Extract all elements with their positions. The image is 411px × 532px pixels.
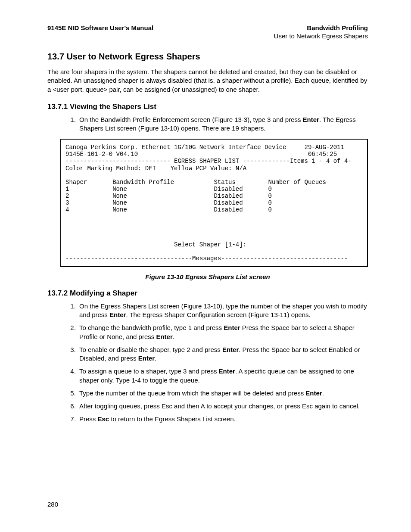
sub2-step-2: To change the bandwidth profile, type 1 … — [78, 324, 368, 341]
term-row: 1 None Disabled 0 — [65, 186, 272, 193]
subsection-2-heading: 13.7.2 Modifying a Shaper — [47, 289, 368, 298]
bold-enter: Enter — [109, 311, 126, 318]
bold-esc: Esc — [98, 415, 109, 423]
term-line: 9145E-101-2-0 V04.10 06:45:25 — [65, 151, 337, 158]
term-prompt: Select Shaper [1-4]: — [65, 241, 246, 248]
text: Type the number of the queue from which … — [79, 389, 305, 397]
text: to return to the Egress Shapers List scr… — [109, 415, 235, 423]
subsection-1-steps: On the Bandwidth Profile Enforcement scr… — [47, 115, 368, 133]
bold-enter: Enter — [222, 346, 239, 353]
header-right: Bandwidth Profiling — [307, 24, 368, 31]
text: . — [322, 389, 324, 397]
term-messages: -----------------------------------Messa… — [65, 255, 348, 262]
subsection-2-steps: On the Egress Shapers List screen (Figur… — [47, 302, 368, 424]
section-heading: 13.7 User to Network Egress Shapers — [47, 52, 368, 62]
text: After toggling queues, press Esc and the… — [79, 402, 360, 410]
text: To enable or disable the shaper, type 2 … — [79, 346, 222, 353]
section-intro: The are four shapers in the system. The … — [47, 68, 368, 94]
text: . The Egress Shaper Configuration screen… — [126, 311, 310, 318]
term-line: Color Marking Method: DEI Yellow PCP Val… — [65, 165, 246, 172]
text: Press — [79, 415, 98, 423]
bold-enter: Enter — [224, 324, 240, 331]
sub2-step-1: On the Egress Shapers List screen (Figur… — [78, 302, 368, 320]
term-line: ----------------------------- EGRESS SHA… — [65, 158, 352, 165]
bold-enter: Enter — [305, 389, 322, 397]
manual-page: 9145E NID Software User's Manual Bandwid… — [0, 0, 411, 532]
term-line: Canoga Perkins Corp. Ethernet 1G/10G Net… — [65, 144, 344, 151]
header-left: 9145E NID Software User's Manual — [47, 24, 153, 31]
page-header: 9145E NID Software User's Manual Bandwid… — [47, 24, 368, 31]
term-row: 3 None Disabled 0 — [65, 199, 272, 206]
bold-enter: Enter — [219, 367, 235, 375]
text: To change the bandwidth profile, type 1 … — [79, 324, 224, 331]
bold-enter: Enter — [138, 355, 155, 362]
text: On the Bandwidth Profile Enforcement scr… — [79, 116, 303, 123]
figure-caption: Figure 13-10 Egress Shapers List screen — [47, 273, 368, 280]
bold-enter: Enter — [303, 116, 319, 123]
sub2-step-4: To assign a queue to a shaper, type 3 an… — [78, 367, 368, 385]
terminal-screenshot: Canoga Perkins Corp. Ethernet 1G/10G Net… — [60, 139, 368, 267]
text: . — [173, 333, 174, 340]
term-columns: Shaper Bandwidth Profile Status Number o… — [65, 179, 326, 186]
subsection-1-heading: 13.7.1 Viewing the Shapers List — [47, 103, 368, 111]
sub2-step-7: Press Esc to return to the Egress Shaper… — [78, 415, 368, 423]
page-number: 280 — [47, 501, 58, 508]
text: To assign a queue to a shaper, type 3 an… — [79, 367, 219, 375]
sub1-step-1: On the Bandwidth Profile Enforcement scr… — [78, 115, 368, 133]
sub2-step-3: To enable or disable the shaper, type 2 … — [78, 345, 368, 363]
bold-enter: Enter — [156, 333, 172, 340]
text: . — [155, 355, 156, 362]
sub2-step-5: Type the number of the queue from which … — [78, 389, 368, 398]
sub2-step-6: After toggling queues, press Esc and the… — [78, 402, 368, 411]
header-sub-right: User to Network Egress Shapers — [47, 32, 368, 40]
term-row: 4 None Disabled 0 — [65, 206, 272, 213]
term-row: 2 None Disabled 0 — [65, 193, 272, 199]
